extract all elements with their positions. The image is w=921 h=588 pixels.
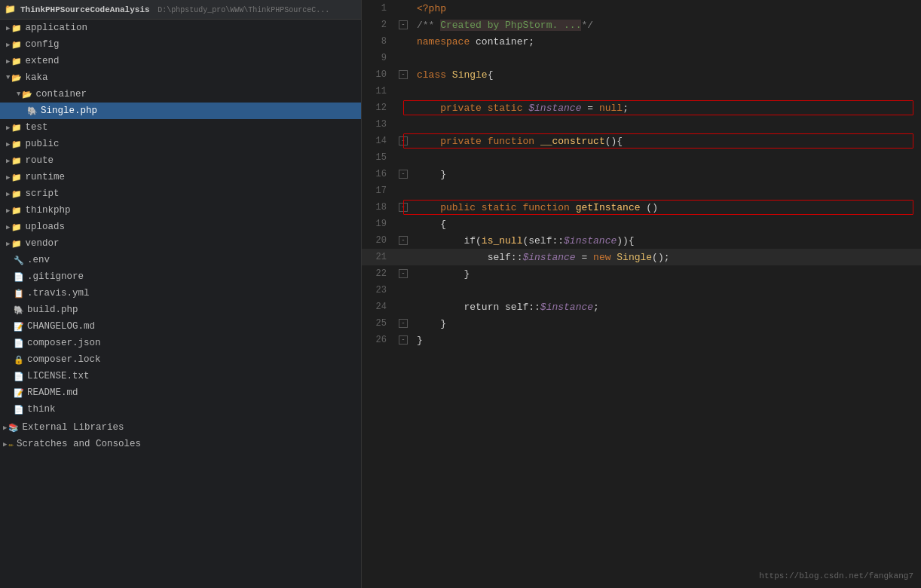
fold-button[interactable]: - [399,203,408,212]
sidebar-item-label: Single.php [41,106,97,116]
sidebar-item-label: LICENSE.txt [27,371,90,381]
sidebar-item-env[interactable]: 🔧 .env [0,252,361,268]
sidebar-item-label: route [25,155,54,166]
sidebar-item-label: config [25,39,59,50]
line-content: } [411,318,921,329]
sidebar-item-label: test [25,122,47,133]
sidebar-item-composerjson[interactable]: 📄 composer.json [0,335,361,351]
sidebar-item-label: uploads [25,222,65,232]
sidebar-item-label: runtime [25,172,65,182]
code-line-1: 1 <?php [362,0,921,17]
fold-button[interactable]: - [399,335,408,345]
sidebar-item-application[interactable]: ▶ 📁 application [0,20,361,36]
fold-button[interactable]: - [399,236,408,245]
sidebar-item-external-libraries[interactable]: ▶ 📚 External Libraries [0,419,361,436]
sidebar-item-public[interactable]: ▶ 📁 public [0,136,361,152]
sidebar-item-travis[interactable]: 📋 .travis.yml [0,285,361,302]
sidebar-item-think[interactable]: 📄 think [0,401,361,418]
sidebar-item-label: .env [27,255,50,265]
sidebar-item-changelog[interactable]: 📝 CHANGELOG.md [0,318,361,335]
sidebar-item-scratches-consoles[interactable]: ▶ ✏️ Scratches and Consoles [0,436,361,452]
sidebar-item-readme[interactable]: 📝 README.md [0,384,361,401]
chevron-right-icon: ▶ [6,140,10,149]
sidebar-item-label: script [25,188,59,199]
folder-icon: 📁 [11,222,22,232]
sidebar-item-thinkphp[interactable]: ▶ 📁 thinkphp [0,202,361,219]
folder-icon: 📁 [11,206,22,216]
sidebar-item-test[interactable]: ▶ 📁 test [0,119,361,136]
sidebar-item-label: .travis.yml [27,288,90,299]
fold-gutter-16[interactable]: - [396,170,411,179]
fold-gutter-2[interactable]: - [396,20,411,29]
sidebar-item-label: composer.json [27,338,101,348]
line-number: 23 [362,285,396,296]
line-number: 9 [362,53,396,63]
code-line-22: 22 - } [362,265,921,282]
fold-button[interactable]: - [399,170,408,179]
fold-button[interactable]: - [399,70,408,79]
code-line-16: 16 - } [362,166,921,182]
fold-gutter-18[interactable]: - [396,203,411,212]
line-content: if(is_null(self::$instance)){ [411,235,921,247]
fold-button[interactable]: - [399,269,408,278]
line-content: class Single{ [411,69,921,81]
line-content: /** Created by PhpStorm. ...*/ [411,20,921,31]
line-number: 18 [362,202,396,213]
sidebar-item-license[interactable]: 📄 LICENSE.txt [0,368,361,384]
line-number: 16 [362,169,396,179]
line-number: 17 [362,185,396,196]
line-number: 10 [362,69,396,80]
sidebar-item-runtime[interactable]: ▶ 📁 runtime [0,169,361,185]
fold-button[interactable]: - [399,20,408,29]
watermark: https://blog.csdn.net/fangkang7 [759,571,913,580]
sidebar-item-label: vendor [25,238,59,249]
fold-gutter-26[interactable]: - [396,335,411,345]
sidebar-item-composerlock[interactable]: 🔒 composer.lock [0,351,361,368]
sidebar-item-label: think [27,404,56,415]
line-number: 22 [362,268,396,279]
code-line-10: 10 - class Single{ [362,66,921,83]
sidebar-item-script[interactable]: ▶ 📁 script [0,185,361,202]
sidebar-item-single-php[interactable]: 🐘 Single.php [0,103,361,119]
fold-gutter-22[interactable]: - [396,269,411,278]
code-line-25: 25 - } [362,315,921,332]
code-line-21: 21 self::$instance = new Single(); [362,249,921,265]
sidebar-item-label: CHANGELOG.md [27,321,95,332]
line-content [411,119,921,130]
fold-gutter-20[interactable]: - [396,236,411,245]
project-title: ThinkPHPSourceCodeAnalysis D:\phpstudy_p… [20,5,329,14]
fold-button[interactable]: - [399,319,408,328]
sidebar-item-label: .gitignore [27,271,84,282]
fold-button[interactable]: - [399,136,408,145]
line-content [411,152,921,164]
sidebar-item-vendor[interactable]: ▶ 📁 vendor [0,235,361,252]
fold-gutter-25[interactable]: - [396,319,411,328]
file-icon: 🔧 [14,256,24,265]
fold-gutter-10[interactable]: - [396,70,411,79]
sidebar-item-label: Scratches and Consoles [17,439,141,449]
folder-open-icon: 📂 [11,73,22,83]
line-content [411,285,921,296]
code-line-20: 20 - if(is_null(self::$instance)){ [362,232,921,249]
sidebar-item-config[interactable]: ▶ 📁 config [0,36,361,53]
sidebar-item-gitignore[interactable]: 📄 .gitignore [0,268,361,285]
sidebar-item-uploads[interactable]: ▶ 📁 uploads [0,219,361,235]
sidebar-item-route[interactable]: ▶ 📁 route [0,152,361,169]
project-header[interactable]: 📁 ThinkPHPSourceCodeAnalysis D:\phpstudy… [0,0,361,20]
chevron-right-icon: ▶ [6,173,10,182]
code-line-11: 11 [362,83,921,100]
line-content: } [411,169,921,180]
php-file-icon: 🐘 [27,106,38,116]
fold-gutter-14[interactable]: - [396,136,411,145]
sidebar-item-buildphp[interactable]: 🐘 build.php [0,302,361,318]
line-number: 24 [362,302,396,312]
sidebar-item-extend[interactable]: ▶ 📁 extend [0,53,361,69]
line-content: self::$instance = new Single(); [411,252,921,263]
sidebar-item-label: container [35,89,87,100]
sidebar-item-container[interactable]: ▼ 📂 container [0,86,361,103]
sidebar-item-kaka[interactable]: ▼ 📂 kaka [0,69,361,86]
chevron-right-icon: ▶ [6,223,10,231]
sidebar-item-label: public [25,139,59,149]
scratches-icon: ✏️ [8,439,14,449]
code-line-23: 23 [362,282,921,299]
